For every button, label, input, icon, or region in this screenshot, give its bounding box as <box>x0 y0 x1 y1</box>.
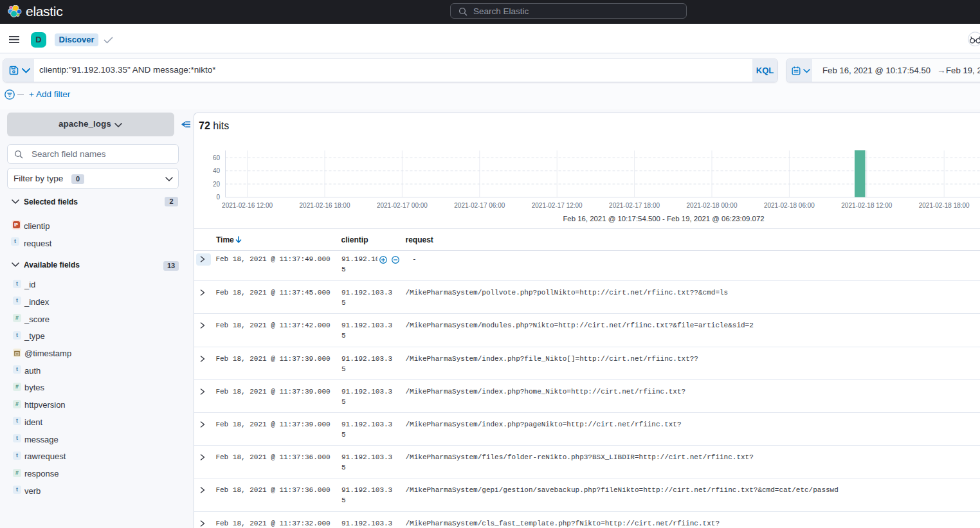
svg-text:2021-02-18 06:00: 2021-02-18 06:00 <box>764 202 815 209</box>
svg-text:60: 60 <box>213 154 221 161</box>
svg-text:2021-02-17 12:00: 2021-02-17 12:00 <box>532 202 583 209</box>
svg-text:20: 20 <box>213 181 221 188</box>
svg-text:2021-02-17 18:00: 2021-02-17 18:00 <box>609 202 660 209</box>
svg-text:2021-02-18 00:00: 2021-02-18 00:00 <box>687 202 738 209</box>
svg-text:2021-02-17 06:00: 2021-02-17 06:00 <box>454 202 505 209</box>
svg-text:2021-02-18 12:00: 2021-02-18 12:00 <box>841 202 892 209</box>
svg-text:2021-02-16 18:00: 2021-02-16 18:00 <box>300 202 350 209</box>
svg-text:2021-02-16 12:00: 2021-02-16 12:00 <box>222 202 273 209</box>
svg-text:2021-02-17 00:00: 2021-02-17 00:00 <box>377 202 428 209</box>
svg-text:2021-02-18 18:00: 2021-02-18 18:00 <box>919 202 970 209</box>
svg-text:40: 40 <box>213 167 221 174</box>
svg-text:0: 0 <box>216 194 220 201</box>
